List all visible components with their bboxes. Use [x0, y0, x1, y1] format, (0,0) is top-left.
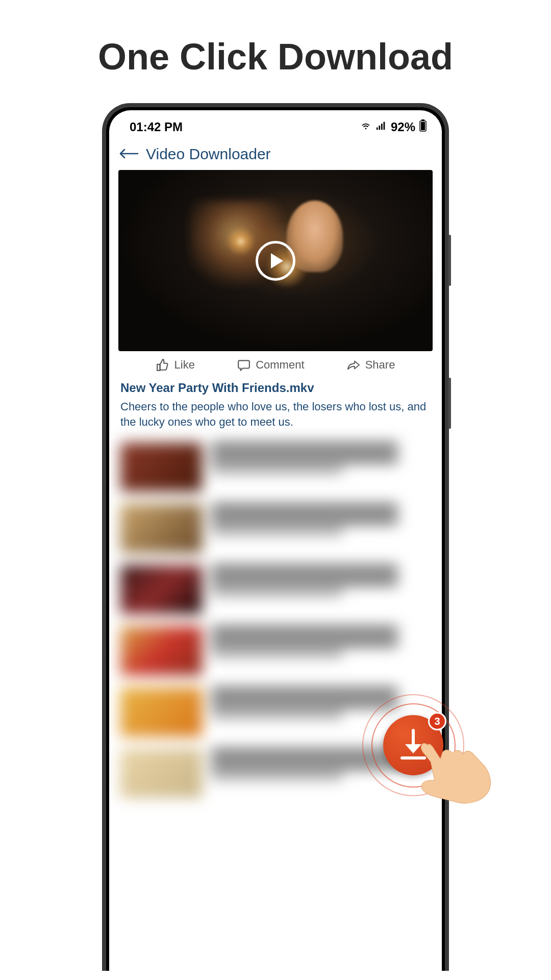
list-thumbnail: [120, 565, 202, 614]
comment-label: Comment: [256, 358, 304, 372]
comment-button[interactable]: Comment: [237, 358, 304, 372]
list-thumbnail: [120, 688, 202, 737]
svg-rect-2: [381, 124, 383, 130]
play-button[interactable]: [256, 241, 295, 281]
wifi-icon: [360, 120, 371, 134]
svg-rect-6: [421, 122, 425, 130]
video-title: New Year Party With Friends.mkv: [109, 378, 442, 397]
app-header: Video Downloader: [109, 139, 442, 170]
list-item: [120, 504, 431, 553]
list-thumbnail: [120, 504, 202, 553]
phone-screen: 01:42 PM 92% Video Downloader: [109, 110, 442, 971]
list-item: [120, 565, 431, 614]
play-icon: [271, 253, 283, 268]
sparkler-effect: [220, 221, 261, 262]
status-battery: 92%: [391, 120, 415, 134]
promo-title: One Click Download: [0, 0, 551, 103]
action-bar: Like Comment Share: [109, 351, 442, 378]
list-thumbnail: [120, 749, 202, 798]
phone-side-button: [448, 235, 451, 286]
share-button[interactable]: Share: [347, 358, 395, 372]
video-thumbnail[interactable]: [118, 170, 433, 351]
status-right: 92%: [360, 119, 427, 135]
list-item: [120, 443, 431, 492]
like-button[interactable]: Like: [156, 358, 195, 372]
status-bar: 01:42 PM 92%: [109, 110, 442, 139]
svg-rect-3: [384, 122, 385, 130]
phone-frame: 01:42 PM 92% Video Downloader: [102, 103, 449, 971]
share-label: Share: [365, 358, 395, 372]
list-thumbnail: [120, 443, 202, 492]
status-time: 01:42 PM: [130, 120, 183, 134]
phone-side-button: [448, 378, 451, 429]
list-thumbnail: [120, 626, 202, 675]
list-item: [120, 626, 431, 675]
back-arrow-icon[interactable]: [118, 144, 139, 164]
share-icon: [347, 358, 360, 372]
signal-icon: [375, 120, 387, 134]
battery-icon: [419, 119, 427, 135]
like-label: Like: [174, 358, 195, 372]
comment-icon: [237, 358, 251, 372]
app-title: Video Downloader: [146, 145, 271, 163]
svg-rect-7: [157, 364, 160, 371]
video-caption: Cheers to the people who love us, the lo…: [109, 397, 442, 436]
svg-rect-1: [379, 126, 380, 130]
svg-rect-0: [377, 128, 378, 130]
thumbs-up-icon: [156, 358, 169, 372]
